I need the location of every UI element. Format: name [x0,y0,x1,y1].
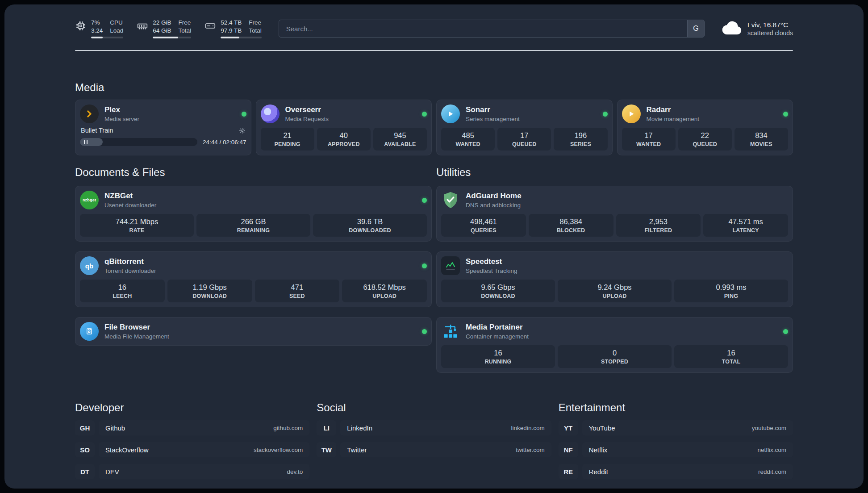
plex-title: Plex [104,105,139,114]
stat-tile: 2,953 FILTERED [616,214,701,237]
radarr-title: Radarr [647,105,700,114]
bookmark-name: Reddit [589,468,608,476]
sonarr-subtitle: Series management [466,116,520,122]
cpu-bar [91,37,123,38]
stat-tile: 0 STOPPED [558,345,672,368]
section-title-developer: Developer [75,401,309,414]
bookmark-github[interactable]: GH Github github.com [75,420,309,435]
speedtest-subtitle: Speedtest Tracking [466,267,517,274]
radarr-icon [622,104,641,123]
nzbget-subtitle: Usenet downloader [104,202,156,209]
stat-tile: 86,384 BLOCKED [529,214,613,237]
card-overseerr[interactable]: Overseerr Media Requests 21 PENDING 40 A… [256,100,432,155]
bookmarks-developer: Developer GH Github github.com SO StackO… [75,401,309,486]
qbittorrent-icon: qb [80,256,99,275]
bookmark-linkedin[interactable]: LI LinkedIn linkedin.com [317,420,551,435]
bookmark-domain: twitter.com [516,447,545,453]
bookmarks-social: Social LI LinkedIn linkedin.com TW Twitt… [317,401,551,486]
bookmark-youtube[interactable]: YT YouTube youtube.com [559,420,793,435]
pause-icon[interactable] [84,140,88,144]
search-engine-button[interactable]: G [687,20,704,37]
section-title-social: Social [317,401,551,414]
ram-total-label: Total [179,27,192,35]
stat-tile: 16 RUNNING [441,345,555,368]
cpu-percent: 7% [91,19,103,27]
bookmark-reddit[interactable]: RE Reddit reddit.com [559,464,793,479]
gear-icon[interactable] [239,127,246,134]
speedtest-icon [441,256,460,275]
bookmark-name: YouTube [589,424,615,432]
weather-location: Lviv, 16.87°C [747,21,793,29]
status-dot [422,112,427,117]
bookmark-abbr: NF [559,442,578,457]
bookmark-name: LinkedIn [347,424,372,432]
qbittorrent-subtitle: Torrent downloader [104,267,156,274]
cpu-widget: 7% CPU 3.24 Load [75,19,123,38]
stat-tile: 17 WANTED [622,128,676,150]
nzbget-icon: nzbget [80,191,99,209]
status-dot [603,112,608,117]
playback-progress-bar[interactable] [80,138,197,146]
card-portainer[interactable]: Media Portainer Container management 16 … [436,317,793,373]
topbar: 7% CPU 3.24 Load [75,19,793,38]
section-title-media: Media [75,81,793,94]
filebrowser-title: File Browser [104,323,169,332]
bookmark-stackoverflow[interactable]: SO StackOverflow stackoverflow.com [75,442,309,457]
status-dot [422,329,427,334]
weather-condition: scattered clouds [747,29,793,37]
stat-tile: 9.24 Gbps UPLOAD [558,280,672,302]
stat-tile: 744.21 Mbps RATE [80,214,194,237]
card-plex[interactable]: Plex Media server Bullet Train [75,100,251,155]
stat-tile: 0.993 ms PING [674,280,788,302]
plex-subtitle: Media server [104,116,139,122]
sonarr-title: Sonarr [466,105,520,114]
stat-tile: 498,461 QUERIES [441,214,526,237]
stat-tile: 16 LEECH [80,280,165,302]
portainer-subtitle: Container management [466,333,529,340]
stat-tile: 471 SEED [255,280,340,302]
bookmark-abbr: SO [75,442,95,457]
card-nzbget[interactable]: nzbget NZBGet Usenet downloader 744.21 M… [75,186,432,242]
documents-column: Documents & Files nzbget NZBGet Usenet d… [75,166,432,346]
stat-tile: 17 QUEUED [497,128,551,150]
status-dot [422,198,427,203]
bookmark-name: Twitter [347,446,367,454]
overseerr-icon [261,104,280,123]
radarr-subtitle: Movie management [647,116,700,122]
card-adguard[interactable]: AdGuard Home DNS and adblocking 498,461 … [436,186,793,242]
adguard-subtitle: DNS and adblocking [466,202,522,209]
stat-tile: 21 PENDING [261,128,314,150]
topbar-divider [75,50,793,51]
portainer-icon [441,322,460,341]
weather-widget: Lviv, 16.87°C scattered clouds [722,20,793,37]
cpu-load-label: Load [110,27,123,35]
stat-tile: 22 QUEUED [678,128,732,150]
disk-free-value: 52.4 TB [221,19,242,27]
ram-widget: 22 GiB Free 64 GiB Total [137,19,191,38]
nzbget-title: NZBGet [104,192,156,201]
bookmark-name: Github [105,424,125,432]
disk-icon [204,19,216,38]
card-radarr[interactable]: Radarr Movie management 17 WANTED 22 QUE… [617,100,793,155]
bookmark-dev[interactable]: DT DEV dev.to [75,464,309,479]
card-filebrowser[interactable]: File Browser Media File Management [75,317,432,346]
disk-bar [221,37,262,38]
plex-icon [80,104,99,123]
stat-tile: 40 APPROVED [317,128,371,150]
bookmark-netflix[interactable]: NF Netflix netflix.com [559,442,793,457]
bookmark-twitter[interactable]: TW Twitter twitter.com [317,442,551,457]
ram-free-label: Free [179,19,192,27]
card-speedtest[interactable]: Speedtest Speedtest Tracking 9.65 Gbps D… [436,251,793,307]
qbittorrent-title: qBittorrent [104,257,156,266]
card-sonarr[interactable]: Sonarr Series management 485 WANTED 17 Q… [436,100,613,155]
adguard-title: AdGuard Home [466,192,522,201]
app-window: 7% CPU 3.24 Load [0,0,868,493]
search-input[interactable] [279,20,705,38]
cpu-load-value: 3.24 [91,27,103,35]
card-qbittorrent[interactable]: qb qBittorrent Torrent downloader 16 LEE… [75,251,432,307]
disk-total-value: 97.9 TB [221,27,242,35]
status-dot [783,329,788,334]
stat-tile: 47.571 ms LATENCY [703,214,788,237]
disk-total-label: Total [249,27,262,35]
cpu-label: CPU [110,19,123,27]
